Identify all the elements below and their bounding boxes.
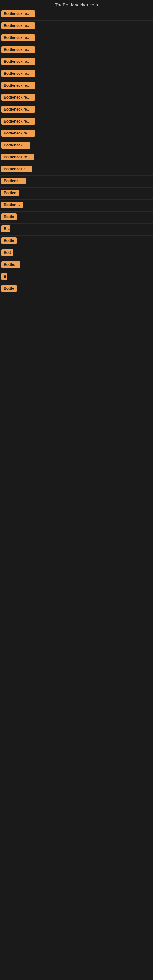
- bottleneck-row: Bottleneck result: [0, 21, 153, 32]
- bottleneck-badge[interactable]: Bottleneck result: [1, 82, 35, 89]
- bottleneck-row: Bottleneck result: [0, 152, 153, 164]
- bottleneck-row: Bottle: [0, 212, 153, 224]
- bottleneck-badge[interactable]: Bott: [1, 249, 13, 256]
- bottleneck-row: Bottleneck result: [0, 92, 153, 104]
- bottleneck-row: Bottleneck result: [0, 56, 153, 68]
- bottleneck-badge[interactable]: Bottleneck result: [1, 94, 35, 101]
- bottleneck-row: Bottleneck resul: [0, 164, 153, 176]
- bottleneck-row: Bottleneck r: [0, 176, 153, 188]
- bottleneck-badge[interactable]: Bottleneck: [1, 202, 22, 208]
- bottleneck-badge[interactable]: Bottleneck result: [1, 70, 35, 77]
- bottleneck-row: Bottlen: [0, 188, 153, 200]
- bottleneck-row: Bottle: [0, 283, 153, 295]
- bottleneck-row: Bottleneck result: [0, 104, 153, 116]
- bottleneck-badge[interactable]: Bottleneck result: [1, 34, 35, 41]
- bottleneck-badge[interactable]: Bottlen: [1, 189, 19, 196]
- bottleneck-badge[interactable]: Bottleneck result: [1, 10, 35, 17]
- bottleneck-badge[interactable]: Bo: [1, 225, 10, 232]
- bottleneck-row: Bott: [0, 247, 153, 259]
- bottleneck-row: Bottlene: [0, 259, 153, 271]
- site-title: TheBottlenecker.com: [0, 0, 153, 9]
- bottleneck-badge[interactable]: Bottleneck result: [1, 154, 34, 161]
- bottleneck-badge[interactable]: Bottle: [1, 285, 16, 292]
- bottleneck-row: Bottleneck resu: [0, 140, 153, 152]
- bottleneck-badge[interactable]: Bottle: [1, 213, 16, 220]
- bottleneck-badge[interactable]: Bottleneck result: [1, 22, 35, 29]
- bottleneck-row: Bottleneck result: [0, 32, 153, 45]
- bottleneck-row: Bo: [0, 224, 153, 235]
- bottleneck-row: Bottleneck result: [0, 128, 153, 140]
- bottleneck-badge[interactable]: Bottlene: [1, 261, 20, 268]
- bottleneck-row: Bottleneck result: [0, 68, 153, 80]
- bottleneck-row: B: [0, 271, 153, 283]
- bottleneck-badge[interactable]: Bottleneck result: [1, 130, 35, 137]
- bottleneck-row: Bottleneck: [0, 200, 153, 212]
- bottleneck-row: Bottleneck result: [0, 116, 153, 128]
- bottleneck-row: Bottleneck result: [0, 9, 153, 21]
- bottleneck-badge[interactable]: Bottleneck resu: [1, 142, 30, 148]
- bottleneck-badge[interactable]: Bottleneck result: [1, 46, 35, 53]
- bottleneck-row: Bottle: [0, 235, 153, 247]
- bottleneck-row: Bottleneck result: [0, 80, 153, 92]
- bottleneck-badge[interactable]: Bottleneck result: [1, 58, 35, 65]
- bottleneck-badge[interactable]: Bottleneck r: [1, 178, 26, 185]
- bottleneck-badge[interactable]: Bottleneck result: [1, 106, 35, 113]
- bottleneck-badge[interactable]: B: [1, 273, 7, 280]
- bottleneck-badge[interactable]: Bottle: [1, 237, 16, 244]
- bottleneck-badge[interactable]: Bottleneck result: [1, 118, 35, 125]
- bottleneck-badge[interactable]: Bottleneck resul: [1, 166, 32, 172]
- bottleneck-row: Bottleneck result: [0, 45, 153, 56]
